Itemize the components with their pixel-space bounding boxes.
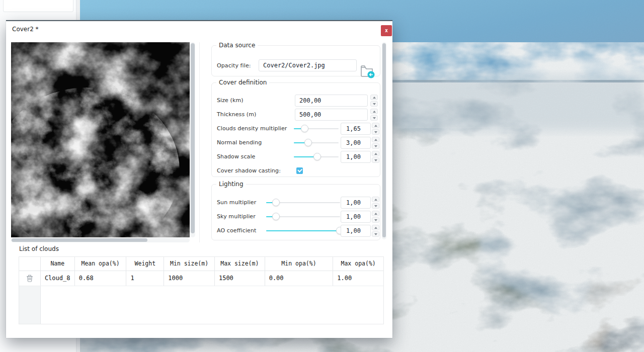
opacity-map-preview[interactable] bbox=[11, 42, 190, 237]
chevron-up-icon bbox=[374, 125, 377, 127]
slider-knob[interactable] bbox=[304, 139, 312, 146]
chevron-down-icon bbox=[373, 103, 376, 105]
density-slider[interactable] bbox=[294, 125, 339, 133]
close-button[interactable]: x bbox=[381, 25, 392, 36]
slider-fill bbox=[266, 230, 340, 231]
shadow-scale-value-input[interactable] bbox=[341, 151, 371, 163]
cell-min-size: 1000 bbox=[164, 271, 215, 286]
size-row: Size (km) bbox=[212, 94, 380, 108]
thickness-input[interactable] bbox=[295, 109, 368, 121]
shadow-casting-row: Cover shadow casting: bbox=[212, 164, 380, 178]
data-source-group: Data source Opacity file: bbox=[211, 45, 380, 76]
spin-up-button[interactable] bbox=[372, 151, 379, 156]
settings-scroll-thumb[interactable] bbox=[382, 43, 386, 237]
ao-row: AO coefficient bbox=[212, 224, 380, 238]
table-row[interactable]: Cloud_8 0.68 1 1000 1500 0.00 1.00 bbox=[19, 271, 383, 286]
sun-slider[interactable] bbox=[266, 199, 340, 207]
spin-down-button[interactable] bbox=[372, 217, 379, 223]
vertical-scroll-thumb[interactable] bbox=[191, 43, 195, 233]
bending-slider[interactable] bbox=[294, 139, 339, 147]
spin-down-button[interactable] bbox=[372, 129, 379, 135]
slider-knob[interactable] bbox=[272, 199, 280, 206]
shadow-casting-label: Cover shadow casting: bbox=[217, 167, 281, 174]
shadow-scale-spinner bbox=[372, 151, 379, 163]
cell-name: Cloud_8 bbox=[41, 271, 75, 286]
bending-value-input[interactable] bbox=[341, 137, 371, 149]
shadow-casting-checkbox[interactable] bbox=[296, 167, 303, 174]
slider-knob[interactable] bbox=[301, 125, 308, 132]
spin-up-button[interactable] bbox=[372, 211, 379, 216]
chevron-up-icon bbox=[373, 97, 376, 99]
horizontal-scroll-thumb[interactable] bbox=[12, 238, 147, 242]
browse-file-button[interactable] bbox=[360, 64, 376, 79]
shadow-scale-row: Shadow scale bbox=[212, 150, 380, 164]
spin-up-button[interactable] bbox=[372, 137, 379, 142]
header-max-size: Max size(m) bbox=[215, 257, 265, 271]
sky-spinner bbox=[372, 211, 379, 223]
chevron-down-icon bbox=[374, 205, 377, 207]
header-actions bbox=[19, 257, 41, 271]
chevron-down-icon bbox=[374, 145, 377, 147]
dialog-title: Cover2 * bbox=[12, 26, 39, 33]
sun-label: Sun multiplier bbox=[217, 199, 256, 206]
sky-label: Sky multiplier bbox=[217, 213, 256, 220]
sidebar-toolbar-box bbox=[3, 0, 73, 12]
group-title: Lighting bbox=[216, 181, 246, 188]
cell-max-size: 1500 bbox=[215, 271, 265, 286]
sun-value-input[interactable] bbox=[341, 197, 371, 209]
group-title: Data source bbox=[216, 42, 258, 49]
chevron-down-icon bbox=[373, 117, 376, 119]
spin-down-button[interactable] bbox=[370, 115, 378, 121]
sky-row: Sky multiplier bbox=[212, 210, 380, 224]
spin-up-button[interactable] bbox=[372, 123, 379, 128]
size-label: Size (km) bbox=[217, 97, 244, 104]
bending-label: Normal bending bbox=[217, 139, 262, 146]
cell-max-opa: 1.00 bbox=[333, 271, 383, 286]
header-name: Name bbox=[41, 257, 75, 271]
settings-vertical-scrollbar[interactable] bbox=[382, 42, 386, 239]
chevron-up-icon bbox=[374, 139, 377, 141]
shadow-scale-slider[interactable] bbox=[294, 153, 339, 161]
cloud-opacity-texture bbox=[11, 42, 190, 237]
spin-down-button[interactable] bbox=[372, 143, 379, 149]
slider-knob[interactable] bbox=[272, 213, 280, 220]
thickness-spinner bbox=[370, 109, 378, 121]
trash-icon[interactable] bbox=[26, 274, 33, 282]
slider-knob[interactable] bbox=[313, 153, 321, 160]
preview-horizontal-scrollbar[interactable] bbox=[11, 238, 190, 242]
spin-down-button[interactable] bbox=[372, 203, 379, 209]
lighting-group: Lighting Sun multiplier Sky multiplier bbox=[211, 184, 380, 240]
spin-up-button[interactable] bbox=[370, 109, 378, 114]
cell-weight: 1 bbox=[126, 271, 164, 286]
chevron-up-icon bbox=[374, 199, 377, 201]
density-spinner bbox=[372, 123, 379, 135]
ao-slider[interactable] bbox=[266, 227, 340, 235]
spin-down-button[interactable] bbox=[370, 101, 378, 107]
header-weight: Weight bbox=[126, 257, 164, 271]
clouds-list-title: List of clouds bbox=[19, 245, 59, 252]
spin-up-button[interactable] bbox=[372, 225, 379, 230]
density-value-input[interactable] bbox=[341, 123, 371, 135]
sky-value-input[interactable] bbox=[341, 211, 371, 223]
bending-row: Normal bending bbox=[212, 136, 380, 150]
chevron-up-icon bbox=[374, 153, 377, 155]
chevron-down-icon bbox=[374, 233, 377, 235]
spin-up-button[interactable] bbox=[372, 197, 379, 202]
spin-down-button[interactable] bbox=[372, 157, 379, 163]
size-input[interactable] bbox=[295, 95, 368, 107]
spin-down-button[interactable] bbox=[372, 231, 379, 237]
panel-splitter bbox=[199, 42, 200, 242]
preview-vertical-scrollbar[interactable] bbox=[190, 42, 195, 237]
chevron-down-icon bbox=[374, 159, 377, 161]
opacity-file-input[interactable] bbox=[259, 59, 357, 71]
sky-slider[interactable] bbox=[266, 213, 340, 221]
group-title: Cover definition bbox=[216, 79, 269, 86]
table-header-row: Name Mean opa(%) Weight Min size(m) Max … bbox=[19, 257, 383, 271]
chevron-down-icon bbox=[374, 131, 377, 133]
ao-spinner bbox=[372, 225, 379, 237]
spin-up-button[interactable] bbox=[370, 95, 378, 100]
cell-min-opa: 0.00 bbox=[265, 271, 334, 286]
density-label: Clouds density multiplier bbox=[217, 125, 287, 132]
cover-definition-group: Cover definition Size (km) Thickness (m)… bbox=[211, 82, 380, 177]
ao-value-input[interactable] bbox=[341, 225, 371, 237]
